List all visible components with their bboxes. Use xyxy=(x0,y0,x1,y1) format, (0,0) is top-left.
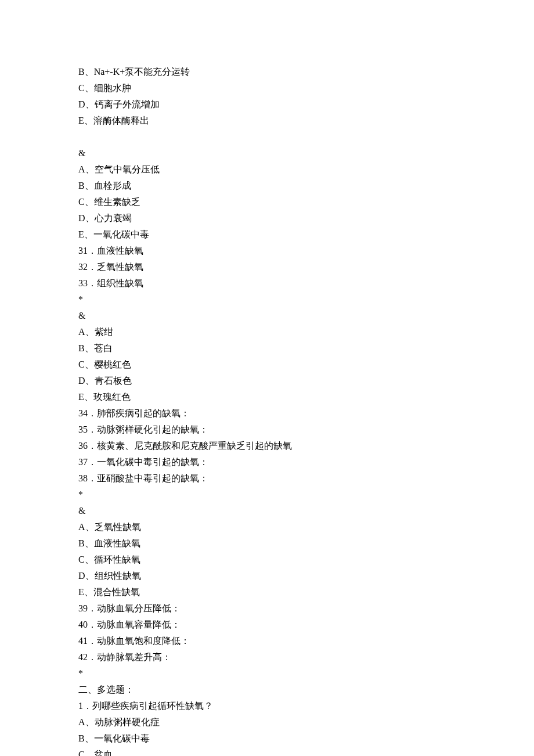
text-line: C、细胞水肿 xyxy=(78,80,456,96)
text-line: * xyxy=(78,665,456,682)
text-line: D、心力衰竭 xyxy=(78,210,456,226)
text-line: A、乏氧性缺氧 xyxy=(78,519,456,535)
text-line: C、循环性缺氧 xyxy=(78,552,456,568)
text-line: 33．组织性缺氧 xyxy=(78,275,456,291)
text-line: 37．一氧化碳中毒引起的缺氧： xyxy=(78,454,456,470)
text-line: D、组织性缺氧 xyxy=(78,568,456,584)
text-line xyxy=(78,129,456,145)
text-line: B、苍白 xyxy=(78,340,456,357)
document-body: B、Na+-K+泵不能充分运转C、细胞水肿D、钙离子外流增加E、溶酶体酶释出 &… xyxy=(78,64,456,756)
text-line: 32．乏氧性缺氧 xyxy=(78,259,456,275)
text-line: 38．亚硝酸盐中毒引起的缺氧： xyxy=(78,470,456,487)
text-line: 二、多选题： xyxy=(78,682,456,698)
text-line: A、动脉粥样硬化症 xyxy=(78,714,456,730)
text-line: C、樱桃红色 xyxy=(78,357,456,373)
text-line: C、维生素缺乏 xyxy=(78,194,456,210)
text-line: 1．列哪些疾病引起循环性缺氧？ xyxy=(78,698,456,714)
text-line: 40．动脉血氧容量降低： xyxy=(78,617,456,633)
text-line: B、一氧化碳中毒 xyxy=(78,730,456,747)
text-line: 31．血液性缺氧 xyxy=(78,243,456,259)
text-line: E、玫瑰红色 xyxy=(78,389,456,405)
text-line: 39．动脉血氧分压降低： xyxy=(78,600,456,617)
text-line: B、血液性缺氧 xyxy=(78,535,456,552)
text-line: D、钙离子外流增加 xyxy=(78,96,456,113)
text-line: * xyxy=(78,487,456,503)
text-line: & xyxy=(78,308,456,324)
text-line: D、青石板色 xyxy=(78,373,456,389)
text-line: & xyxy=(78,503,456,519)
text-line: C、贫血 xyxy=(78,747,456,756)
text-line: & xyxy=(78,145,456,161)
text-line: * xyxy=(78,291,456,308)
text-line: E、一氧化碳中毒 xyxy=(78,226,456,243)
text-line: A、空气中氧分压低 xyxy=(78,161,456,178)
text-line: A、紫绀 xyxy=(78,324,456,340)
text-line: 36．核黄素、尼克酰胺和尼克酸严重缺乏引起的缺氧 xyxy=(78,438,456,454)
text-line: 34．肺部疾病引起的缺氧： xyxy=(78,405,456,422)
text-line: B、Na+-K+泵不能充分运转 xyxy=(78,64,456,80)
text-line: E、混合性缺氧 xyxy=(78,584,456,600)
text-line: B、血栓形成 xyxy=(78,178,456,194)
text-line: 42．动静脉氧差升高： xyxy=(78,649,456,665)
text-line: 35．动脉粥样硬化引起的缺氧： xyxy=(78,422,456,438)
text-line: E、溶酶体酶释出 xyxy=(78,113,456,129)
text-line: 41．动脉血氧饱和度降低： xyxy=(78,633,456,649)
